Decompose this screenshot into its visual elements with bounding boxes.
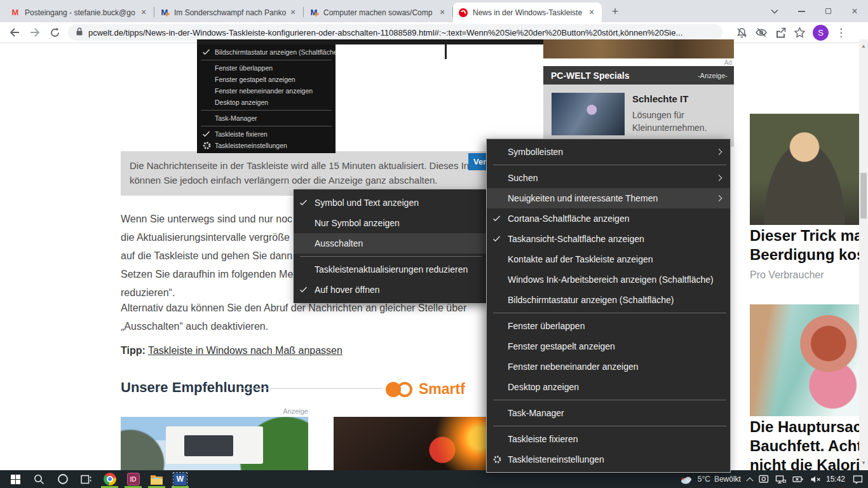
smartfox-logo: Smartf bbox=[386, 381, 465, 398]
ad-source: Pro Verbraucher bbox=[750, 269, 824, 281]
browser-tab-1[interactable]: MPosteingang - stefanie.buck@go× bbox=[5, 3, 154, 22]
menu-item-taskleistenaktualisierungen-reduzieren[interactable]: Taskleistenaktualisierungen reduzieren bbox=[294, 259, 486, 280]
menu-separator bbox=[201, 126, 332, 126]
tab-close-icon[interactable]: × bbox=[437, 8, 447, 18]
ad-headline[interactable]: Dieser Trick machtBeerdigung kosten bbox=[750, 226, 859, 264]
menu-item-windows-ink-arbeitsbereich-anzeigen-schaltfläche[interactable]: Windows Ink-Arbeitsbereich anzeigen (Sch… bbox=[487, 269, 730, 290]
bookmark-star-icon[interactable] bbox=[794, 27, 806, 38]
weather-widget[interactable]: 5°C Bewölkt bbox=[680, 475, 741, 484]
chevron-right-icon bbox=[716, 175, 722, 181]
menu-item-kontakte-auf-der-taskleiste-anzeigen[interactable]: Kontakte auf der Taskleiste anzeigen bbox=[487, 249, 730, 269]
pcwelt-specials-item[interactable]: Schlechte IT Lösungen für Kleinunternehm… bbox=[543, 85, 734, 147]
browser-tab-4[interactable]: News in der Windows-Taskleiste× bbox=[453, 3, 602, 22]
indesign-icon: ID bbox=[127, 473, 140, 485]
new-tab-button[interactable]: + bbox=[607, 3, 623, 20]
ad-headline[interactable]: Die HauptursacheBauchfett. Achtungnicht … bbox=[750, 417, 859, 475]
file-explorer-icon bbox=[150, 474, 163, 485]
menu-item-taskleisteneinstellungen[interactable]: Taskleisteneinstellungen bbox=[487, 449, 730, 470]
address-bar[interactable]: pcwelt.de/tipps/News-in-der-Windows-Task… bbox=[68, 24, 722, 41]
specials-thumbnail bbox=[552, 93, 625, 135]
menu-item-ausschalten[interactable]: Ausschalten bbox=[294, 233, 486, 254]
top-ad-image[interactable] bbox=[543, 39, 734, 58]
menu-item-symbol-und-text-anzeigen[interactable]: Symbol und Text anzeigen bbox=[294, 193, 486, 213]
menu-item-task-manager[interactable]: Task-Manager bbox=[197, 112, 336, 124]
page-scrollbar[interactable] bbox=[859, 39, 868, 470]
menu-item-task-manager[interactable]: Task-Manager bbox=[487, 403, 730, 423]
browser-menu-icon[interactable]: ⋮ bbox=[836, 26, 846, 39]
taskbar-indesign-button[interactable]: ID bbox=[121, 470, 145, 488]
share-icon[interactable] bbox=[775, 27, 787, 38]
window-minimize-button[interactable] bbox=[788, 0, 815, 22]
embedded-taskbar-context-menu: Bildschirmtastatur anzeigen (Schaltfläch… bbox=[197, 44, 336, 153]
reload-icon[interactable] bbox=[50, 27, 60, 38]
menu-item-auf-hover-öffnen[interactable]: Auf hover öffnen bbox=[294, 280, 486, 300]
menu-item-fenster-gestapelt-anzeigen[interactable]: Fenster gestapelt anzeigen bbox=[487, 336, 730, 356]
tray-chevron-up-icon[interactable] bbox=[747, 477, 752, 482]
menu-item-fenster-überlappen[interactable]: Fenster überlappen bbox=[197, 62, 336, 74]
taskbar-taskview-button[interactable] bbox=[74, 470, 98, 488]
ad-image-medical[interactable] bbox=[750, 304, 859, 416]
tab-title: Posteingang - stefanie.buck@go bbox=[25, 8, 139, 17]
taskbar-start-button[interactable] bbox=[4, 470, 27, 488]
window-maximize-button[interactable] bbox=[815, 0, 841, 22]
menu-item-fenster-nebeneinander-anzeigen[interactable]: Fenster nebeneinander anzeigen bbox=[487, 356, 730, 377]
back-icon[interactable] bbox=[9, 27, 20, 37]
tipp-link[interactable]: Taskleiste in Windows nach Maß anpassen bbox=[148, 345, 342, 356]
window-close-button[interactable]: × bbox=[841, 0, 868, 22]
taskbar-word-button[interactable]: W bbox=[168, 470, 192, 488]
action-center-icon[interactable] bbox=[853, 475, 863, 484]
menu-item-taskleisteneinstellungen[interactable]: Taskleisteneinstellungen bbox=[197, 140, 336, 151]
taskbar-search-button[interactable] bbox=[27, 470, 51, 488]
volume-muted-icon[interactable] bbox=[810, 475, 821, 484]
menu-item-label: Nur Symbol anzeigen bbox=[315, 218, 400, 228]
menu-item-taskansicht-schaltfläche-anzeigen[interactable]: Taskansicht-Schaltfläche anzeigen bbox=[487, 229, 730, 249]
profile-avatar[interactable]: S bbox=[813, 25, 829, 41]
browser-tab-2[interactable]: MPIm Sonderschwampf nach Panko× bbox=[154, 3, 303, 22]
taskbar-clock[interactable]: 15:42 bbox=[826, 475, 845, 484]
taskbar-chrome-button[interactable] bbox=[98, 470, 121, 488]
scrollbar-up-arrow[interactable]: ▲ bbox=[859, 43, 868, 49]
menu-item-bildschirmtastatur-anzeigen-schaltfläche[interactable]: Bildschirmtastatur anzeigen (Schaltfläch… bbox=[487, 290, 730, 310]
specials-item-text: Lösungen für bbox=[632, 110, 684, 120]
taskbar-explorer-button[interactable] bbox=[145, 470, 168, 488]
weather-temp: 5°C bbox=[698, 475, 710, 484]
weather-cloud-icon bbox=[680, 475, 694, 484]
menu-item-desktop-anzeigen[interactable]: Desktop anzeigen bbox=[487, 377, 730, 397]
ad-image-man[interactable] bbox=[750, 114, 859, 225]
menu-item-fenster-gestapelt-anzeigen[interactable]: Fenster gestapelt anzeigen bbox=[197, 74, 336, 85]
menu-item-suchen[interactable]: Suchen bbox=[487, 168, 730, 188]
notifications-blocked-icon[interactable] bbox=[736, 27, 748, 39]
recommendation-thumbnail-camper[interactable] bbox=[121, 417, 308, 470]
cortana-icon bbox=[57, 473, 69, 485]
menu-item-symbolleisten[interactable]: Symbolleisten bbox=[487, 142, 730, 162]
battery-icon[interactable] bbox=[792, 475, 804, 483]
embedded-screenshot-top-strip bbox=[197, 39, 543, 44]
browser-tab-3[interactable]: MPComputer machen sowas/Comp× bbox=[304, 3, 452, 22]
menu-item-cortana-schaltfläche-anzeigen[interactable]: Cortana-Schaltfläche anzeigen bbox=[487, 208, 730, 229]
screen-cast-icon[interactable] bbox=[759, 475, 769, 484]
menu-item-label: Taskleiste fixieren bbox=[215, 130, 268, 138]
menu-item-bildschirmtastatur-anzeigen-schaltfläche[interactable]: Bildschirmtastatur anzeigen (Schaltfläch… bbox=[197, 46, 336, 58]
menu-item-fenster-nebeneinander-anzeigen[interactable]: Fenster nebeneinander anzeigen bbox=[197, 85, 336, 97]
window-chevron-down-icon[interactable] bbox=[761, 0, 788, 22]
menu-separator bbox=[493, 165, 726, 165]
windows-taskbar: IDW 5°C Bewölkt 15:42 bbox=[0, 470, 868, 488]
specials-title: PC-WELT Specials bbox=[551, 71, 629, 81]
menu-item-fenster-überlappen[interactable]: Fenster überlappen bbox=[487, 316, 730, 336]
scrollbar-thumb[interactable] bbox=[860, 173, 867, 219]
scrollbar-down-arrow[interactable]: ▼ bbox=[859, 460, 868, 466]
menu-item-nur-symbol-anzeigen[interactable]: Nur Symbol anzeigen bbox=[294, 213, 486, 233]
menu-item-desktop-anzeigen[interactable]: Desktop anzeigen bbox=[197, 97, 336, 108]
forward-icon[interactable] bbox=[29, 27, 41, 37]
menu-item-taskleiste-fixieren[interactable]: Taskleiste fixieren bbox=[487, 429, 730, 449]
tab-close-icon[interactable]: × bbox=[587, 8, 597, 18]
menu-item-neuigkeiten-und-interessante-themen[interactable]: Neuigkeiten und interessante Themen bbox=[487, 188, 730, 208]
tab-close-icon[interactable]: × bbox=[288, 8, 298, 18]
hidden-eye-icon[interactable] bbox=[755, 27, 768, 38]
tab-close-icon[interactable]: × bbox=[139, 8, 149, 18]
network-icon[interactable] bbox=[775, 475, 786, 484]
taskbar-cortana-button[interactable] bbox=[51, 470, 74, 488]
menu-item-label: Symbol und Text anzeigen bbox=[315, 198, 419, 208]
weather-condition: Bewölkt bbox=[714, 475, 741, 484]
menu-item-taskleiste-fixieren[interactable]: Taskleiste fixieren bbox=[197, 128, 336, 140]
